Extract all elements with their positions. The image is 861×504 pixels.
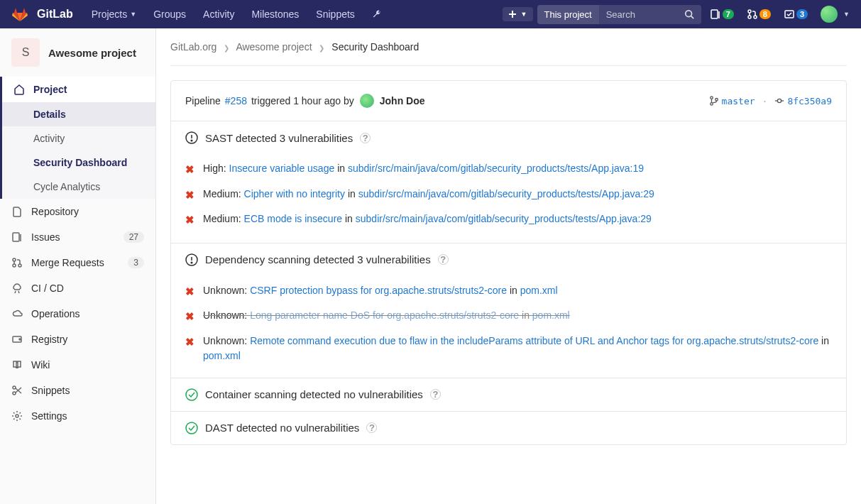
x-icon: ✖	[185, 309, 194, 325]
cloud-icon	[11, 308, 23, 319]
sidebar-sub-cycle-analytics[interactable]: Cycle Analytics	[2, 175, 155, 199]
user-avatar[interactable]	[821, 6, 838, 23]
chevron-down-icon: ▼	[843, 11, 850, 18]
nav-milestones[interactable]: Milestones	[244, 4, 306, 24]
project-avatar: S	[11, 38, 40, 67]
help-icon[interactable]: ?	[366, 422, 377, 433]
sidebar-item-label: Registry	[31, 334, 67, 345]
svg-rect-4	[711, 10, 718, 18]
help-icon[interactable]: ?	[438, 254, 449, 265]
help-icon[interactable]: ?	[360, 133, 371, 143]
x-icon: ✖	[185, 187, 194, 204]
nav-activity[interactable]: Activity	[196, 4, 241, 24]
svg-point-16	[19, 339, 21, 340]
issues-count: 27	[124, 231, 144, 243]
chevron-right-icon: ❯	[224, 44, 229, 52]
vulnerability-row: ✖High: Insecure variable usage in subdir…	[185, 157, 832, 182]
sidebar-sub-security-dashboard[interactable]: Security Dashboard	[2, 150, 155, 175]
help-icon[interactable]: ?	[430, 389, 441, 400]
nav-groups[interactable]: Groups	[146, 4, 193, 24]
sidebar-item-operations[interactable]: Operations	[0, 301, 155, 327]
mr-counter[interactable]: 8	[742, 6, 775, 23]
sidebar-item-merge-requests[interactable]: Merge Requests 3	[0, 250, 155, 275]
search-scope[interactable]: This project	[537, 5, 599, 24]
breadcrumb-org[interactable]: GitLab.org	[170, 41, 216, 53]
chevron-right-icon: ❯	[319, 44, 324, 52]
svg-point-20	[710, 97, 713, 99]
vuln-path-link[interactable]: pom.xml	[203, 350, 241, 361]
vulnerability-row: ✖Unknown: CSRF protection bypass for org…	[185, 279, 832, 305]
security-panel: Pipeline #258 triggered 1 hour ago by Jo…	[170, 80, 847, 445]
sidebar-item-repository[interactable]: Repository	[0, 199, 155, 224]
branch-icon	[709, 96, 719, 106]
nav-projects[interactable]: Projects▼	[84, 4, 144, 24]
search-input[interactable]	[599, 5, 677, 24]
separator: ·	[762, 96, 768, 106]
success-icon	[185, 388, 198, 401]
merge-icon	[11, 257, 23, 268]
vuln-severity: Unknown:	[203, 335, 250, 346]
svg-point-28	[191, 140, 192, 141]
vuln-severity: Medium:	[203, 188, 244, 199]
todos-counter[interactable]: 3	[779, 6, 812, 23]
sidebar-sub-activity[interactable]: Activity	[2, 126, 155, 150]
sidebar-item-settings[interactable]: Settings	[0, 403, 155, 429]
issues-counter[interactable]: 7	[706, 6, 738, 23]
sidebar-item-label: Project	[33, 84, 67, 95]
sidebar-item-cicd[interactable]: CI / CD	[0, 275, 155, 301]
vuln-name-link[interactable]: Long parameter name DoS for org.apache.s…	[250, 309, 519, 321]
svg-point-22	[715, 99, 718, 102]
vuln-severity: Medium:	[203, 213, 244, 224]
vuln-name-link[interactable]: ECB mode is insecure	[244, 213, 343, 224]
project-name: Awesome project	[48, 47, 136, 59]
vulnerability-row: ✖Unknown: Long parameter name DoS for or…	[185, 304, 832, 329]
gitlab-logo[interactable]	[11, 6, 28, 23]
sidebar-item-wiki[interactable]: Wiki	[0, 352, 155, 378]
svg-point-17	[13, 386, 16, 389]
pipeline-header: Pipeline #258 triggered 1 hour ago by Jo…	[171, 81, 846, 121]
vuln-severity: Unknown:	[203, 285, 250, 296]
svg-point-14	[18, 264, 21, 267]
svg-point-12	[13, 258, 16, 261]
main-content: GitLab.org ❯ Awesome project ❯ Security …	[156, 28, 861, 504]
author-name[interactable]: John Doe	[380, 95, 425, 106]
vuln-path-link[interactable]: pom.xml	[532, 309, 570, 321]
pipeline-number-link[interactable]: #258	[225, 95, 247, 106]
sast-title: SAST detected 3 vulnerabilities	[205, 132, 353, 144]
vuln-path-link[interactable]: subdir/src/main/java/com/gitlab/security…	[356, 213, 652, 224]
sidebar-item-label: CI / CD	[31, 283, 64, 294]
search-icon[interactable]	[677, 9, 701, 19]
sidebar-item-label: Repository	[31, 206, 79, 217]
gear-icon	[11, 410, 23, 422]
vuln-path-link[interactable]: subdir/src/main/java/com/gitlab/security…	[348, 163, 644, 174]
author-avatar[interactable]	[360, 94, 374, 108]
vuln-name-link[interactable]: Cipher with no integrity	[244, 188, 345, 199]
mr-badge: 8	[759, 9, 771, 19]
brand-name[interactable]: GitLab	[37, 8, 73, 21]
commit-link[interactable]: 8fc350a9	[774, 96, 832, 106]
new-dropdown[interactable]: ▼	[503, 7, 533, 21]
issues-icon	[11, 231, 23, 243]
vuln-severity: High:	[203, 163, 229, 174]
vuln-name-link[interactable]: Remote command execution due to flaw in …	[250, 335, 818, 346]
sidebar-item-label: Issues	[31, 231, 60, 243]
sidebar-item-project[interactable]: Project	[2, 77, 155, 102]
branch-link[interactable]: master	[709, 96, 755, 106]
home-icon	[13, 84, 25, 95]
vuln-path-link[interactable]: subdir/src/main/java/com/gitlab/security…	[358, 188, 654, 199]
nav-snippets[interactable]: Snippets	[309, 4, 361, 24]
sidebar-item-registry[interactable]: Registry	[0, 327, 155, 352]
sidebar-item-issues[interactable]: Issues 27	[0, 224, 155, 250]
sidebar-item-snippets[interactable]: Snippets	[0, 378, 155, 403]
svg-point-31	[191, 262, 192, 263]
vuln-path-link[interactable]: pom.xml	[520, 285, 558, 296]
breadcrumb-project[interactable]: Awesome project	[236, 41, 312, 53]
vuln-name-link[interactable]: Insecure variable usage	[229, 163, 335, 174]
commit-icon	[774, 96, 784, 106]
wrench-icon[interactable]	[365, 5, 389, 23]
project-header[interactable]: S Awesome project	[0, 28, 155, 77]
sast-section: SAST detected 3 vulnerabilities ? ✖High:…	[171, 121, 846, 243]
vuln-name-link[interactable]: CSRF protection bypass for org.apache.st…	[250, 285, 507, 296]
dast-title: DAST detected no vulnerabilities	[205, 422, 359, 434]
sidebar-sub-details[interactable]: Details	[2, 102, 155, 126]
